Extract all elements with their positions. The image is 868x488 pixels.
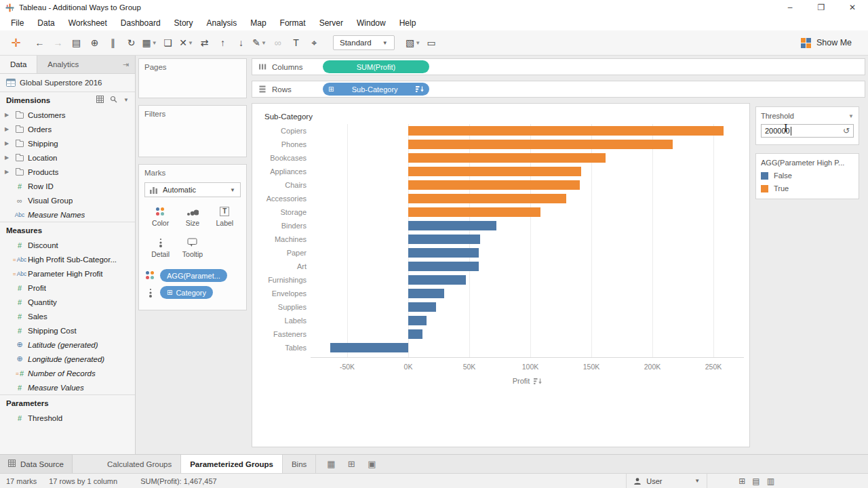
show-tabs-icon[interactable]: ▥ (767, 476, 774, 486)
bar-accessories[interactable] (408, 194, 566, 203)
legend-item-true[interactable]: True (761, 184, 854, 192)
field-parameter-high-profit[interactable]: =AbcParameter High Profit (0, 266, 135, 281)
menu-file[interactable]: File (4, 16, 31, 30)
pill-category[interactable]: ⊞Category (160, 286, 213, 299)
field-visual-group[interactable]: ∞Visual Group (0, 193, 135, 207)
field-measure-names[interactable]: AbcMeasure Names (0, 207, 135, 222)
bar-paper[interactable] (408, 248, 479, 258)
worksheet-view[interactable]: Sub-Category CopiersPhonesBookcasesAppli… (252, 103, 750, 447)
category-label-supplies[interactable]: Supplies (252, 300, 307, 314)
category-label-phones[interactable]: Phones (252, 138, 307, 151)
field-longitude-generated[interactable]: ⊕Longitude (generated) (0, 352, 135, 366)
expand-arrow-icon[interactable]: ▶ (5, 169, 13, 175)
tab-bins[interactable]: Bins (283, 455, 316, 473)
new-dashboard-button[interactable]: ⊞ (343, 457, 359, 472)
category-label-paper[interactable]: Paper (252, 246, 307, 260)
view-data-icon[interactable] (96, 96, 104, 104)
field-quantity[interactable]: #Quantity (0, 295, 135, 309)
show-hide-cards-icon[interactable]: ▧▼ (404, 34, 422, 52)
columns-shelf[interactable]: Columns SUM(Profit) (252, 58, 865, 75)
bar-art[interactable] (408, 262, 479, 271)
category-label-bookcases[interactable]: Bookcases (252, 151, 307, 165)
filters-card[interactable]: Filters (138, 105, 247, 157)
minimize-button[interactable]: – (774, 0, 806, 15)
filmstrip-icon[interactable]: ▤ (752, 476, 760, 486)
run-auto-updates-icon[interactable]: ↻ (122, 34, 140, 52)
size-button[interactable]: Size (176, 204, 208, 230)
field-threshold[interactable]: #Threshold (0, 411, 135, 425)
show-me-button[interactable]: Show Me (801, 38, 861, 48)
menu-server[interactable]: Server (313, 16, 350, 30)
group-members-icon[interactable]: ∞ (269, 34, 287, 52)
tab-analytics[interactable]: Analytics (37, 56, 89, 73)
pause-auto-updates-icon[interactable]: ∥ (104, 34, 122, 52)
new-data-source-icon[interactable]: ⊕ (85, 34, 104, 52)
bar-binders[interactable] (408, 221, 496, 230)
new-story-button[interactable]: ▣ (363, 457, 380, 472)
sort-fields-menu-icon[interactable]: ▼ (123, 97, 129, 103)
detail-button[interactable]: Detail (144, 235, 176, 261)
field-customers[interactable]: ▶Customers (0, 108, 135, 122)
category-label-fasteners[interactable]: Fasteners (252, 327, 307, 341)
category-label-furnishings[interactable]: Furnishings (252, 273, 307, 287)
category-label-copiers[interactable]: Copiers (252, 124, 307, 138)
find-field-icon[interactable] (110, 96, 117, 104)
expand-arrow-icon[interactable]: ▶ (5, 155, 13, 161)
category-label-storage[interactable]: Storage (252, 205, 307, 219)
tooltip-button[interactable]: Tooltip (176, 235, 208, 261)
color-button[interactable]: Color (144, 204, 176, 230)
category-label-binders[interactable]: Binders (252, 219, 307, 232)
tab-data[interactable]: Data (0, 56, 37, 73)
bar-bookcases[interactable] (408, 153, 606, 163)
clear-sheet-icon[interactable]: ✕▼ (177, 34, 195, 52)
rows-shelf[interactable]: Rows ⊞ Sub-Category (252, 81, 865, 98)
bar-supplies[interactable] (408, 302, 436, 312)
pill-sub-category[interactable]: ⊞ Sub-Category (323, 83, 429, 96)
bar-envelopes[interactable] (408, 289, 444, 298)
undo-icon[interactable]: ← (31, 34, 49, 52)
sheet-sorter-icon[interactable]: ⊞ (738, 476, 745, 486)
category-label-art[interactable]: Art (252, 260, 307, 273)
field-location[interactable]: ▶Location (0, 150, 135, 165)
menu-worksheet[interactable]: Worksheet (62, 16, 114, 30)
menu-dashboard[interactable]: Dashboard (114, 16, 167, 30)
menu-map[interactable]: Map (243, 16, 273, 30)
close-button[interactable]: ✕ (837, 0, 868, 15)
category-label-chairs[interactable]: Chairs (252, 178, 307, 192)
fix-axes-icon[interactable]: ⌖ (305, 34, 323, 52)
swap-rows-columns-icon[interactable]: ⇄ (195, 34, 214, 52)
bar-tables[interactable] (330, 343, 408, 352)
fit-mode-select[interactable]: Standard ▼ (333, 35, 395, 50)
row-field-header[interactable]: Sub-Category (264, 113, 313, 121)
bar-copiers[interactable] (408, 126, 724, 136)
bar-storage[interactable] (408, 207, 540, 217)
field-sales[interactable]: #Sales (0, 309, 135, 323)
bar-appliances[interactable] (408, 167, 581, 176)
collapse-pane-icon[interactable]: ⇥ (117, 56, 135, 73)
field-profit[interactable]: #Profit (0, 281, 135, 295)
bar-machines[interactable] (408, 235, 480, 244)
field-number-of-records[interactable]: =#Number of Records (0, 366, 135, 380)
restore-button[interactable]: ❐ (806, 0, 837, 15)
redo-icon[interactable]: → (49, 34, 67, 52)
new-worksheet-icon[interactable]: ▦▼ (140, 34, 159, 52)
tab-calculated-groups[interactable]: Calculated Groups (98, 455, 181, 473)
bar-fasteners[interactable] (408, 329, 422, 339)
menu-analysis[interactable]: Analysis (200, 16, 244, 30)
new-worksheet-button[interactable]: ▦ (323, 457, 339, 472)
tab-parameterized-groups[interactable]: Parameterized Groups (181, 455, 283, 473)
expand-arrow-icon[interactable]: ▶ (5, 112, 13, 118)
tab-data-source[interactable]: Data Source (0, 455, 73, 473)
field-latitude-generated[interactable]: ⊕Latitude (generated) (0, 338, 135, 352)
sort-descending-icon[interactable] (416, 85, 424, 93)
field-products[interactable]: ▶Products (0, 165, 135, 179)
reset-icon[interactable]: ↺ (843, 126, 850, 136)
presentation-mode-icon[interactable]: ▭ (422, 34, 441, 52)
field-shipping-cost[interactable]: #Shipping Cost (0, 323, 135, 338)
x-axis[interactable]: Profit (311, 377, 744, 385)
menu-format[interactable]: Format (273, 16, 313, 30)
sort-ascending-icon[interactable]: ↑ (214, 34, 232, 52)
plot-area[interactable] (311, 124, 744, 358)
menu-story[interactable]: Story (167, 16, 200, 30)
pill-agg-paramet[interactable]: AGG(Paramet... (160, 269, 227, 282)
